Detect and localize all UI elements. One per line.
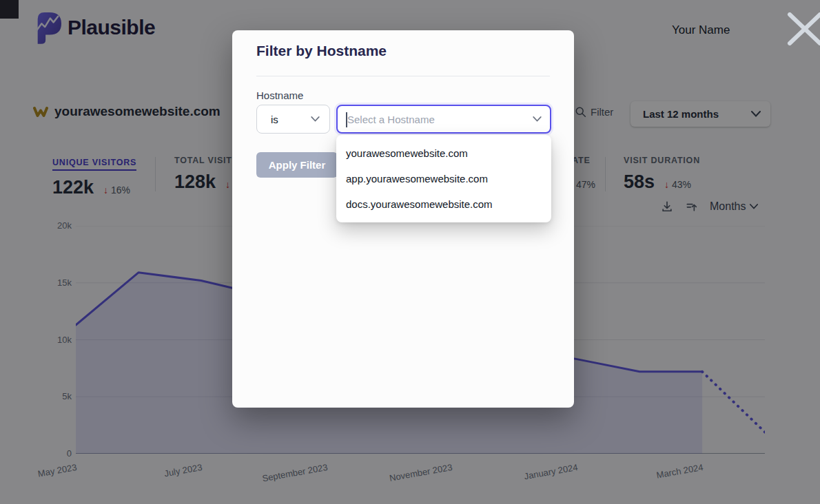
apply-filter-button[interactable]: Apply Filter [256, 152, 338, 178]
operator-select[interactable]: is [256, 105, 330, 134]
hostname-option[interactable]: docs.yourawesomewebsite.com [336, 191, 551, 217]
hostname-combobox[interactable] [336, 105, 551, 134]
chevron-down-icon [533, 116, 542, 122]
modal-title: Filter by Hostname [256, 43, 387, 59]
text-caret [346, 112, 347, 127]
divider [256, 76, 550, 76]
screen: Plausible Your Name yourawesomewebsite.c… [0, 0, 820, 504]
hostname-option[interactable]: yourawesomewebsite.com [336, 140, 551, 166]
hostname-option[interactable]: app.yourawesomewebsite.com [336, 166, 551, 191]
filter-modal: Filter by Hostname Hostname is Apply Fil… [232, 30, 574, 408]
chevron-down-icon [311, 116, 320, 122]
close-icon[interactable] [787, 12, 820, 45]
operator-value: is [271, 114, 278, 125]
hostname-field-label: Hostname [256, 90, 303, 101]
hostname-options-list: yourawesomewebsite.com app.yourawesomewe… [336, 135, 551, 222]
hostname-input[interactable] [338, 114, 533, 125]
